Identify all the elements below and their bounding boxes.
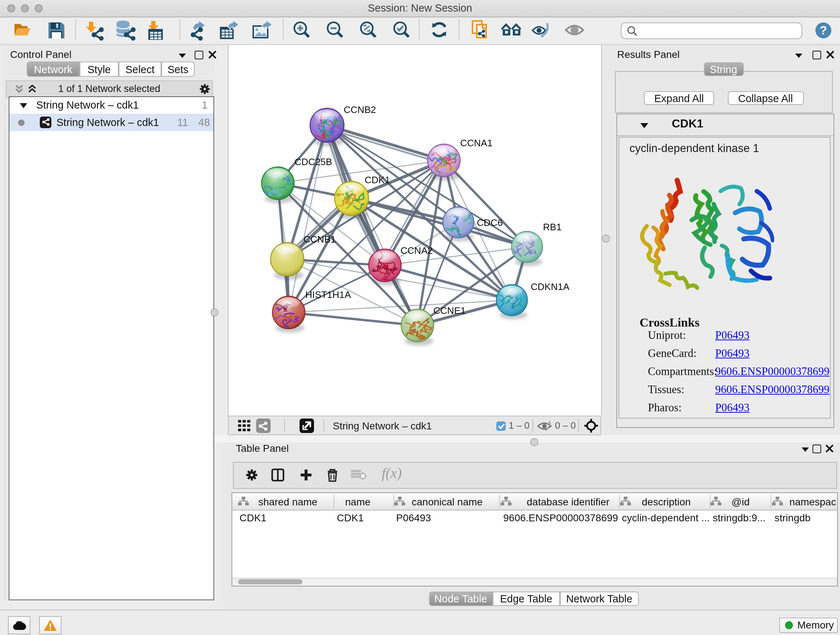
svg-text:CDC25B: CDC25B [294,157,332,167]
svg-text:CCNA1: CCNA1 [460,138,493,149]
svg-text:?: ? [820,24,827,37]
svg-text:CDKN1A: CDKN1A [531,281,569,292]
svg-text:CCNA2: CCNA2 [401,245,433,256]
svg-text:CDK1: CDK1 [365,174,390,185]
svg-text:CDC6: CDC6 [477,217,503,228]
svg-text:HIST1H1A: HIST1H1A [305,289,351,300]
svg-text:RB1: RB1 [543,222,561,233]
svg-text:CCNB1: CCNB1 [303,234,336,245]
svg-text:CCNB2: CCNB2 [344,104,376,115]
svg-text:CCNE1: CCNE1 [433,305,466,316]
